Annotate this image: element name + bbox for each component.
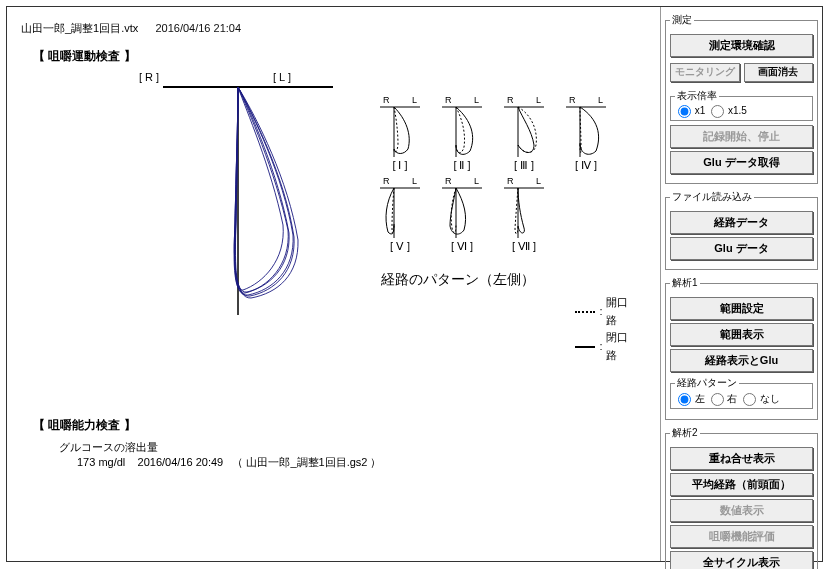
section2-title: 【 咀嚼能力検査 】 <box>33 417 648 434</box>
glu-acquire-button[interactable]: Glu データ取得 <box>670 151 813 174</box>
range-set-button[interactable]: 範囲設定 <box>670 297 813 320</box>
axis-label-r: [ R ] <box>139 71 159 83</box>
group-analysis2: 解析2 重ね合せ表示 平均経路（前頭面） 数値表示 咀嚼機能評価 全サイクル表示 <box>665 426 818 569</box>
glucose-file: （ 山田一郎_調整1回目.gs2 ） <box>232 456 381 468</box>
pattern-none-radio[interactable]: なし <box>740 393 780 404</box>
side-panel: 測定 測定環境確認 モニタリング 画面消去 表示倍率 x1 x1.5 記録開始、… <box>660 7 822 561</box>
pattern-7: RL [ Ⅶ ] <box>501 176 547 253</box>
trace-plot <box>163 85 333 315</box>
route-pattern-group: 経路パターン 左 右 なし <box>670 376 813 409</box>
axis-label-l: [ L ] <box>273 71 291 83</box>
mastication-eval-button[interactable]: 咀嚼機能評価 <box>670 525 813 548</box>
glucose-value: 173 mg/dl <box>77 456 125 468</box>
range-show-button[interactable]: 範囲表示 <box>670 323 813 346</box>
main-panel: 山田一郎_調整1回目.vtx 2016/04/16 21:04 【 咀嚼運動検査… <box>7 7 660 561</box>
magnify-group: 表示倍率 x1 x1.5 <box>670 89 813 121</box>
group-analysis1: 解析1 範囲設定 範囲表示 経路表示とGlu 経路パターン 左 右 なし <box>665 276 818 420</box>
pattern-left-radio[interactable]: 左 <box>675 393 705 404</box>
pattern-reference: RL [ Ⅰ ] RL [ Ⅱ ] RL [ Ⅲ ] RL [ <box>377 95 637 289</box>
pattern-3: RL [ Ⅲ ] <box>501 95 547 172</box>
glucose-block: グルコースの溶出量 173 mg/dl 2016/04/16 20:49 （ 山… <box>59 440 648 470</box>
file-timestamp: 2016/04/16 21:04 <box>155 22 241 34</box>
pattern-1: RL [ Ⅰ ] <box>377 95 423 172</box>
clear-screen-button[interactable]: 画面消去 <box>744 63 814 82</box>
all-cycles-button[interactable]: 全サイクル表示 <box>670 551 813 569</box>
pattern-caption: 経路のパターン（左側） <box>381 271 637 289</box>
group-fileload: ファイル読み込み 経路データ Glu データ <box>665 190 818 270</box>
glucose-label: グルコースの溶出量 <box>59 440 648 455</box>
numeric-button[interactable]: 数値表示 <box>670 499 813 522</box>
pattern-6: RL [ Ⅵ ] <box>439 176 485 253</box>
load-route-button[interactable]: 経路データ <box>670 211 813 234</box>
env-check-button[interactable]: 測定環境確認 <box>670 34 813 57</box>
pattern-right-radio[interactable]: 右 <box>708 393 738 404</box>
monitoring-button[interactable]: モニタリング <box>670 63 740 82</box>
mag-x1-radio[interactable]: x1 <box>675 105 705 116</box>
load-glu-button[interactable]: Glu データ <box>670 237 813 260</box>
pattern-5: RL [ Ⅴ ] <box>377 176 423 253</box>
pattern-2: RL [ Ⅱ ] <box>439 95 485 172</box>
group-measure: 測定 測定環境確認 モニタリング 画面消去 表示倍率 x1 x1.5 記録開始、… <box>665 13 818 184</box>
avg-route-button[interactable]: 平均経路（前頭面） <box>670 473 813 496</box>
section1-title: 【 咀嚼運動検査 】 <box>33 48 648 65</box>
route-glu-button[interactable]: 経路表示とGlu <box>670 349 813 372</box>
glucose-timestamp: 2016/04/16 20:49 <box>138 456 224 468</box>
pattern-legend: : 開口路 : 閉口路 <box>575 294 637 364</box>
record-button[interactable]: 記録開始、停止 <box>670 125 813 148</box>
file-info: 山田一郎_調整1回目.vtx 2016/04/16 21:04 <box>21 21 648 36</box>
file-name: 山田一郎_調整1回目.vtx <box>21 22 138 34</box>
mag-x15-radio[interactable]: x1.5 <box>708 105 747 116</box>
overlay-button[interactable]: 重ね合せ表示 <box>670 447 813 470</box>
pattern-4: RL [ Ⅳ ] <box>563 95 609 172</box>
